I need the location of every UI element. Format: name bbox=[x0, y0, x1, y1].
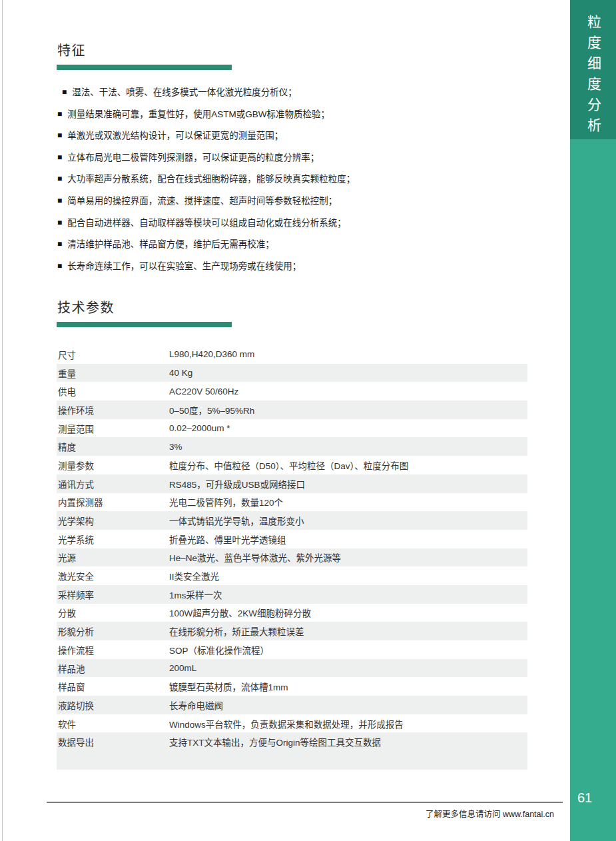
feature-item: ■ 清洁维护样品池、样品窗方便，维护后无需再校准； bbox=[57, 239, 523, 261]
spec-row: 液路切换 长寿命电磁阀 bbox=[57, 696, 527, 714]
feature-item: ■ 立体布局光电二极管阵列探测器，可以保证更高的粒度分辨率； bbox=[57, 153, 523, 175]
spec-label: 光源 bbox=[57, 548, 169, 567]
spec-label: 重量 bbox=[57, 364, 169, 383]
spec-value: Windows平台软件，负责数据采集和数据处理，并形成报告 bbox=[169, 714, 527, 733]
spec-value: 0.02–2000um * bbox=[169, 419, 527, 438]
feature-text: 配合自动进样器、自动取样器等模块可以组成自动化或在线分析系统； bbox=[67, 218, 346, 228]
bullet-square-icon: ■ bbox=[57, 174, 62, 184]
feature-item: ■ 简单易用的操控界面，流速、搅拌速度、超声时间等参数轻松控制； bbox=[57, 196, 523, 218]
bullet-square-icon: ■ bbox=[57, 153, 62, 163]
spec-label: 软件 bbox=[57, 714, 169, 733]
spec-label: 操作环境 bbox=[57, 401, 169, 419]
spec-label: 液路切换 bbox=[57, 696, 169, 714]
spec-value: He–Ne激光、蓝色半导体激光、紫外光源等 bbox=[169, 548, 527, 567]
bullet-square-icon: ■ bbox=[57, 261, 62, 271]
feature-text: 单激光或双激光结构设计，可以保证更宽的测量范围； bbox=[67, 131, 283, 141]
feature-text: 长寿命连续工作，可以在实验室、生产现场旁或在线使用； bbox=[67, 261, 301, 271]
spec-label: 激光安全 bbox=[57, 566, 169, 585]
spec-row: 操作流程 SOP（标准化操作流程） bbox=[57, 640, 527, 659]
spec-label: 分散 bbox=[57, 604, 169, 622]
bullet-square-icon: ■ bbox=[57, 131, 62, 141]
feature-item: ■ 湿法、干法、喷雾、在线多模式一体化激光粒度分析仪； bbox=[57, 87, 523, 109]
spec-value: AC220V 50/60Hz bbox=[169, 382, 527, 401]
features-section-title: 特征 bbox=[57, 40, 86, 59]
spec-label: 通讯方式 bbox=[57, 474, 169, 493]
spec-value: RS485，可升级成USB或网络接口 bbox=[169, 474, 527, 493]
footer-website-text: 了解更多信息请访问 www.fantai.cn bbox=[47, 807, 554, 820]
spec-row: 形貌分析 在线形貌分析，矫正最大颗粒误差 bbox=[57, 622, 527, 640]
spec-label: 光学架构 bbox=[57, 511, 169, 530]
bullet-square-icon: ■ bbox=[57, 239, 62, 249]
spec-row: 重量 40 Kg bbox=[57, 364, 527, 383]
spec-row: 光源 He–Ne激光、蓝色半导体激光、紫外光源等 bbox=[57, 548, 527, 567]
feature-item: ■ 配合自动进样器、自动取样器等模块可以组成自动化或在线分析系统； bbox=[57, 218, 523, 240]
spec-value: 支持TXT文本输出，方便与Origin等绘图工具交互数据 bbox=[169, 732, 527, 751]
spec-label: 样品池 bbox=[57, 659, 169, 678]
datasheet-page: 特征 ■ 湿法、干法、喷雾、在线多模式一体化激光粒度分析仪； ■ 测量结果准确可… bbox=[0, 0, 616, 841]
spec-row: 激光安全 II类安全激光 bbox=[57, 566, 527, 585]
bullet-square-icon: ■ bbox=[57, 218, 62, 228]
page-number: 61 bbox=[577, 790, 592, 806]
spec-value: L980,H420,D360 mm bbox=[169, 345, 527, 364]
spec-row: 操作环境 0–50度，5%–95%Rh bbox=[57, 401, 527, 419]
spec-value: 1ms采样一次 bbox=[169, 585, 527, 604]
spec-spacer-cell bbox=[57, 751, 527, 770]
spec-label: 采样频率 bbox=[57, 585, 169, 604]
spec-label: 操作流程 bbox=[57, 640, 169, 659]
spec-row: 采样频率 1ms采样一次 bbox=[57, 585, 527, 604]
spec-spacer-row bbox=[57, 751, 527, 770]
spec-label: 测量参数 bbox=[57, 456, 169, 474]
spec-value: 一体式铸铝光学导轨，温度形变小 bbox=[169, 511, 527, 530]
spec-row: 光学架构 一体式铸铝光学导轨，温度形变小 bbox=[57, 511, 527, 530]
spec-label: 数据导出 bbox=[57, 732, 169, 751]
spec-value: 镀膜型石英材质，流体槽1mm bbox=[169, 677, 527, 696]
spec-row: 测量参数 粒度分布、中值粒径（D50）、平均粒径（Dav）、粒度分布图 bbox=[57, 456, 527, 474]
spec-row: 分散 100W超声分散、2KW细胞粉碎分散 bbox=[57, 604, 527, 622]
spec-row: 尺寸 L980,H420,D360 mm bbox=[57, 345, 527, 364]
spec-label: 内置探测器 bbox=[57, 493, 169, 512]
spec-value: 光电二极管阵列，数量120个 bbox=[169, 493, 527, 512]
specs-section-title: 技术参数 bbox=[57, 297, 115, 317]
spec-row: 通讯方式 RS485，可升级成USB或网络接口 bbox=[57, 474, 527, 493]
spec-value: 40 Kg bbox=[169, 364, 527, 383]
spec-value: 长寿命电磁阀 bbox=[169, 696, 527, 714]
spec-value: 3% bbox=[169, 437, 527, 456]
spec-row: 光学系统 折叠光路、傅里叶光学透镜组 bbox=[57, 530, 527, 548]
spec-row: 内置探测器 光电二极管阵列，数量120个 bbox=[57, 493, 527, 512]
specs-table-body: 尺寸 L980,H420,D360 mm 重量 40 Kg 供电 AC220V … bbox=[57, 345, 527, 751]
spec-row: 供电 AC220V 50/60Hz bbox=[57, 382, 527, 401]
footer-divider-line bbox=[47, 802, 563, 803]
sidebar-vertical-title: 粒度细度分析 bbox=[583, 15, 603, 139]
feature-text: 湿法、干法、喷雾、在线多模式一体化激光粒度分析仪； bbox=[72, 87, 297, 97]
feature-text: 测量结果准确可靠，重复性好，使用ASTM或GBW标准物质检验； bbox=[67, 109, 330, 119]
spec-label: 样品窗 bbox=[57, 677, 169, 696]
spec-label: 光学系统 bbox=[57, 530, 169, 548]
bullet-square-icon: ■ bbox=[57, 109, 62, 119]
spec-value: 粒度分布、中值粒径（D50）、平均粒径（Dav）、粒度分布图 bbox=[169, 456, 527, 474]
spec-row: 样品窗 镀膜型石英材质，流体槽1mm bbox=[57, 677, 527, 696]
feature-item: ■ 测量结果准确可靠，重复性好，使用ASTM或GBW标准物质检验； bbox=[57, 109, 523, 131]
spec-label: 测量范围 bbox=[57, 419, 169, 438]
spec-value: 在线形貌分析，矫正最大颗粒误差 bbox=[169, 622, 527, 640]
spec-value: 200mL bbox=[169, 659, 527, 678]
feature-item: ■ 大功率超声分散系统，配合在线式细胞粉碎器，能够反映真实颗粒粒度； bbox=[57, 174, 523, 196]
feature-text: 清洁维护样品池、样品窗方便，维护后无需再校准； bbox=[67, 239, 274, 249]
feature-item: ■ 单激光或双激光结构设计，可以保证更宽的测量范围； bbox=[57, 131, 523, 153]
spec-label: 尺寸 bbox=[57, 345, 169, 364]
feature-list: ■ 湿法、干法、喷雾、在线多模式一体化激光粒度分析仪； ■ 测量结果准确可靠，重… bbox=[57, 87, 523, 283]
spec-label: 供电 bbox=[57, 382, 169, 401]
spec-row: 软件 Windows平台软件，负责数据采集和数据处理，并形成报告 bbox=[57, 714, 527, 733]
specs-accent-bar bbox=[57, 322, 232, 327]
spec-value: SOP（标准化操作流程） bbox=[169, 640, 527, 659]
spec-label: 形貌分析 bbox=[57, 622, 169, 640]
category-sidebar: 粒度细度分析 61 bbox=[570, 0, 616, 841]
page-edge-line bbox=[2, 0, 3, 841]
bullet-square-icon: ■ bbox=[57, 196, 62, 206]
spec-value: 折叠光路、傅里叶光学透镜组 bbox=[169, 530, 527, 548]
bullet-square-icon: ■ bbox=[62, 87, 67, 97]
feature-text: 大功率超声分散系统，配合在线式细胞粉碎器，能够反映真实颗粒粒度； bbox=[67, 174, 355, 184]
feature-text: 立体布局光电二极管阵列探测器，可以保证更高的粒度分辨率； bbox=[67, 153, 319, 163]
spec-value: II类安全激光 bbox=[169, 566, 527, 585]
spec-row: 样品池 200mL bbox=[57, 659, 527, 678]
specs-table: 尺寸 L980,H420,D360 mm 重量 40 Kg 供电 AC220V … bbox=[57, 345, 527, 770]
